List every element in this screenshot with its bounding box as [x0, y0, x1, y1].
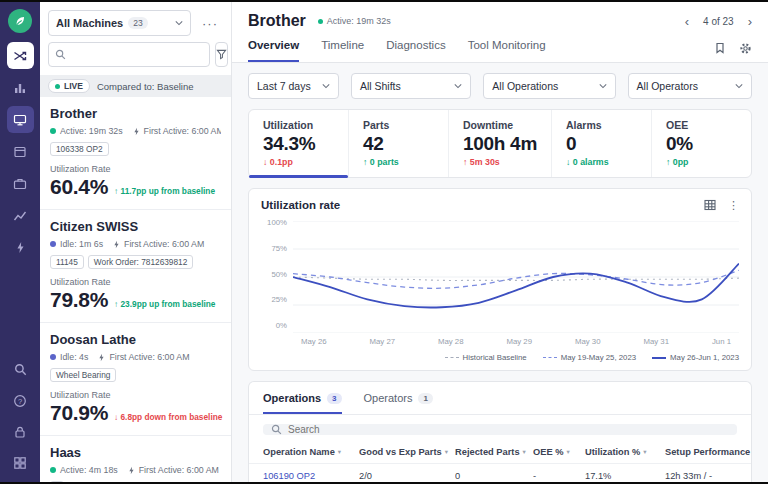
col-setup-performance[interactable]: Setup Performance▾	[665, 441, 752, 463]
table-header-row: Operation Name▾ Good vs Exp Parts▾ Rejec…	[249, 441, 751, 463]
machines-dropdown[interactable]: All Machines 23	[48, 10, 191, 36]
briefcase-icon[interactable]	[7, 170, 34, 197]
tab-operations[interactable]: Operations 3	[263, 382, 342, 414]
compare-label: Compared to: Baseline	[97, 81, 194, 92]
col-utilization[interactable]: Utilization %▾	[585, 441, 665, 463]
kpi-utilization[interactable]: Utilization 34.3% ↓ 0.1pp	[249, 110, 348, 177]
kpi-delta: ↓ 0 alarms	[566, 157, 637, 167]
utilization-plot[interactable]	[293, 221, 739, 333]
bolt-icon	[127, 466, 136, 475]
kpi-delta: ↑ 5m 30s	[463, 157, 537, 167]
pager-label: 4 of 23	[703, 16, 734, 27]
kpi-parts[interactable]: Parts 42 ↑ 0 parts	[348, 110, 448, 177]
sidebar-search-input[interactable]	[71, 49, 203, 60]
machine-card-citizen-swiss[interactable]: Citizen SWISS Idle: 1m 6s First Active: …	[40, 210, 231, 323]
operation-link[interactable]: 106190 OP2	[263, 464, 359, 482]
more-options-button[interactable]: ···	[197, 10, 223, 36]
page-title: Brother	[248, 12, 306, 30]
col-oee[interactable]: OEE %▾	[533, 441, 585, 463]
shifts-select[interactable]: All Shifts	[351, 73, 471, 99]
kpi-downtime[interactable]: Downtime 100h 4m ↑ 5m 30s	[448, 110, 551, 177]
machine-status-row: Active: 4m 18s First Active: 6:00 AM	[50, 465, 221, 475]
x-tick: Jun 1	[712, 337, 731, 346]
utilization-rate-label: Utilization Rate	[50, 164, 221, 174]
operations-table-card: Operations 3 Operators 1 Operation Name▾…	[248, 381, 752, 482]
help-icon[interactable]	[7, 387, 34, 414]
bolt-icon[interactable]	[7, 234, 34, 261]
first-active: First Active: 6:00 AM	[139, 465, 219, 475]
live-compare-bar: LIVE Compared to: Baseline	[40, 75, 231, 97]
legend-current-week[interactable]: May 26-Jun 1, 2023	[652, 353, 739, 362]
cell-utilization: 17.1%	[585, 464, 665, 482]
col-label: Good vs Exp Parts	[359, 447, 442, 457]
solid-blue-line-icon	[652, 357, 666, 359]
sort-chevron-icon: ▾	[523, 448, 526, 456]
rail-nav-top	[7, 42, 34, 261]
col-rejected-parts[interactable]: Rejected Parts▾	[455, 441, 533, 463]
machine-tag: Work Order: 7812639812	[88, 255, 193, 269]
kebab-menu-icon[interactable]: ⋮	[728, 200, 739, 211]
machine-card-doosan-lathe[interactable]: Doosan Lathe Idle: 4s First Active: 6:00…	[40, 323, 231, 436]
legend-historical-baseline[interactable]: Historical Baseline	[445, 353, 527, 362]
machine-card-brother[interactable]: Brother Active: 19m 32s First Active: 6:…	[40, 97, 231, 210]
table-row[interactable]: 106190 OP2 2/0 0 - 17.1% 12h 33m / - - /…	[249, 463, 751, 482]
table-search-input[interactable]	[288, 424, 729, 435]
machine-card-haas[interactable]: Haas Active: 4m 18s First Active: 6:00 A…	[40, 436, 231, 482]
grid-icon[interactable]	[7, 449, 34, 476]
legend-prev-week[interactable]: May 19-May 25, 2023	[543, 353, 636, 362]
machine-tag	[50, 481, 64, 482]
kpi-alarms[interactable]: Alarms 0 ↓ 0 alarms	[551, 110, 651, 177]
machine-status-row: Active: 19m 32s First Active: 6:00 AM	[50, 126, 221, 136]
kpi-summary-card: Utilization 34.3% ↓ 0.1pp Parts 42 ↑ 0 p…	[248, 109, 752, 178]
overview-content: Last 7 days All Shifts All Operations Al…	[232, 63, 768, 482]
tab-count-badge: 3	[327, 393, 341, 404]
bookmark-icon[interactable]	[714, 42, 726, 54]
col-good-vs-exp[interactable]: Good vs Exp Parts▾	[359, 441, 455, 463]
operators-select[interactable]: All Operators	[628, 73, 752, 99]
first-active: First Active: 6:00 AM	[109, 352, 189, 362]
col-label: Operation Name	[263, 447, 335, 457]
search-icon	[55, 49, 66, 60]
legend-label: May 26-Jun 1, 2023	[670, 353, 739, 362]
series-dashed-gray	[293, 277, 739, 280]
monitor-icon[interactable]	[7, 106, 34, 133]
utilization-rate-label: Utilization Rate	[50, 390, 221, 400]
live-toggle[interactable]: LIVE	[48, 79, 90, 93]
sidebar-search-row: ↑↓	[40, 42, 231, 75]
table-view-icon[interactable]	[704, 199, 716, 211]
x-tick: May 29	[506, 337, 532, 346]
filter-button[interactable]	[215, 42, 228, 67]
shuffle-icon[interactable]	[7, 42, 34, 69]
cell-setup-performance: 12h 33m / -	[665, 464, 752, 482]
next-machine-button[interactable]: ›	[748, 15, 752, 28]
legend-label: Historical Baseline	[463, 353, 527, 362]
tab-count-badge: 1	[418, 393, 432, 404]
kpi-value: 0	[566, 133, 637, 155]
line-chart-icon[interactable]	[7, 202, 34, 229]
search-icon[interactable]	[7, 356, 34, 383]
tab-tool-monitoring[interactable]: Tool Monitoring	[468, 39, 546, 62]
kpi-oee[interactable]: OEE 0% ↑ 0pp	[651, 110, 751, 177]
operations-select[interactable]: All Operations	[483, 73, 615, 99]
tab-overview[interactable]: Overview	[248, 39, 299, 62]
tab-timeline[interactable]: Timeline	[321, 39, 364, 62]
col-operation-name[interactable]: Operation Name▾	[263, 441, 359, 463]
bolt-icon	[132, 127, 141, 136]
brand-logo-icon[interactable]	[8, 9, 32, 33]
box-icon[interactable]	[7, 138, 34, 165]
gear-icon[interactable]	[739, 42, 752, 55]
tab-diagnostics[interactable]: Diagnostics	[386, 39, 445, 62]
utilization-value: 79.8%	[50, 288, 108, 312]
app-window: All Machines 23 ··· ↑↓ LIVE Compared to:…	[0, 0, 768, 484]
date-range-select[interactable]: Last 7 days	[248, 73, 339, 99]
dashed-blue-line-icon	[543, 357, 557, 358]
bar-chart-icon[interactable]	[7, 74, 34, 101]
machine-name: Doosan Lathe	[50, 332, 221, 347]
machine-list: Brother Active: 19m 32s First Active: 6:…	[40, 97, 231, 482]
col-label: Rejected Parts	[455, 447, 520, 457]
prev-machine-button[interactable]: ‹	[685, 15, 689, 28]
lock-icon[interactable]	[7, 418, 34, 445]
tab-operators[interactable]: Operators 1	[364, 382, 433, 414]
kpi-label: Alarms	[566, 119, 637, 131]
cell-rejected: 0	[455, 464, 533, 482]
